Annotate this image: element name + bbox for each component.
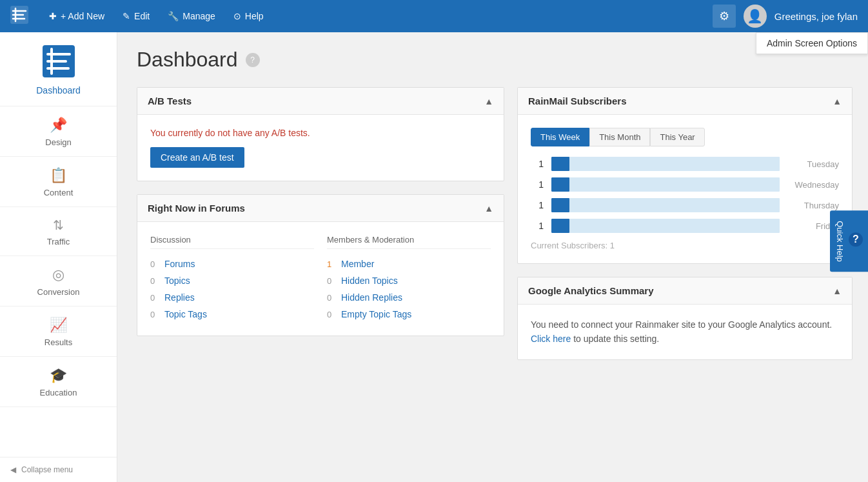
forums-header: Right Now in Forums ▲ — [137, 195, 504, 222]
chart-bar-fill — [551, 177, 569, 192]
page-title: Dashboard — [137, 48, 238, 72]
education-icon: 🎓 — [50, 367, 67, 384]
admin-screen-options[interactable]: Admin Screen Options — [756, 32, 868, 54]
conversion-icon: ◎ — [52, 266, 64, 283]
topics-link[interactable]: Topics — [164, 276, 190, 286]
panels-row: A/B Tests ▲ You currently do not have an… — [137, 87, 853, 360]
page-title-row: Dashboard ? — [137, 48, 853, 72]
top-nav: ✚ + Add New ✎ Edit 🔧 Manage ⊙ Help ⚙ 👤 G… — [0, 0, 868, 32]
sidebar: Dashboard 📌 Design 📋 Content ⇅ Traffic ◎… — [0, 32, 117, 482]
rainmail-collapse-button[interactable]: ▲ — [833, 96, 842, 106]
chart-label: Tuesday — [787, 159, 839, 169]
collapse-menu-label: Collapse menu — [21, 465, 73, 474]
ab-tests-panel: A/B Tests ▲ You currently do not have an… — [137, 87, 504, 181]
ab-tests-header: A/B Tests ▲ — [137, 88, 504, 115]
tab-this-month[interactable]: This Month — [589, 128, 650, 146]
avatar: 👤 — [744, 5, 767, 28]
sidebar-item-label: Content — [44, 188, 74, 197]
chart-bar-container — [551, 177, 780, 192]
chart-label: Thursday — [787, 201, 839, 210]
sidebar-top: Dashboard — [0, 32, 117, 106]
sidebar-item-label: Design — [45, 137, 71, 147]
analytics-click-here-link[interactable]: Click here — [531, 334, 571, 344]
topic-tags-link[interactable]: Topic Tags — [164, 309, 207, 319]
results-icon: 📈 — [50, 317, 67, 334]
main-layout: Dashboard 📌 Design 📋 Content ⇅ Traffic ◎… — [0, 32, 868, 482]
chart-row-friday: 1 Friday — [531, 219, 839, 233]
tab-this-year[interactable]: This Year — [650, 128, 704, 146]
hidden-replies-link[interactable]: Hidden Replies — [341, 292, 402, 303]
chart-bar-container — [551, 157, 780, 171]
analytics-title: Google Analytics Summary — [528, 285, 654, 296]
sidebar-item-design[interactable]: 📌 Design — [0, 106, 117, 157]
quick-help-label: Quick Help — [835, 221, 845, 262]
collapse-arrow-icon: ◀ — [10, 465, 16, 474]
nav-help[interactable]: ⊙ Help — [226, 6, 271, 26]
chart-number: 1 — [531, 200, 544, 210]
chart-rows: 1 Tuesday 1 Wedn — [531, 157, 839, 233]
quick-help-question-icon: ? — [849, 232, 863, 246]
page-help-icon[interactable]: ? — [246, 53, 260, 67]
ab-tests-title: A/B Tests — [148, 95, 192, 106]
replies-link[interactable]: Replies — [164, 292, 195, 303]
sidebar-item-content[interactable]: 📋 Content — [0, 157, 117, 207]
collapse-menu-button[interactable]: ◀ Collapse menu — [0, 457, 117, 482]
sidebar-item-education[interactable]: 🎓 Education — [0, 357, 117, 407]
member-count: 1 — [327, 259, 336, 269]
sidebar-item-label: Results — [44, 337, 72, 347]
content-area: Dashboard ? A/B Tests ▲ You currently do… — [117, 32, 868, 482]
content-icon: 📋 — [50, 167, 67, 184]
analytics-collapse-button[interactable]: ▲ — [833, 286, 842, 296]
replies-count: 0 — [150, 293, 159, 303]
ab-tests-body: You currently do not have any A/B tests.… — [137, 115, 504, 181]
traffic-icon: ⇅ — [53, 217, 64, 233]
chart-bar-fill — [551, 157, 569, 171]
rainmail-panel: RainMail Subscribers ▲ This Week This Mo… — [517, 87, 853, 264]
chart-number: 1 — [531, 159, 544, 169]
ab-tests-collapse-button[interactable]: ▲ — [484, 96, 493, 106]
analytics-text-before: You need to connect your Rainmaker site … — [531, 319, 832, 330]
chart-row-tuesday: 1 Tuesday — [531, 157, 839, 171]
chart-bar-fill — [551, 219, 569, 233]
nav-edit[interactable]: ✎ Edit — [115, 6, 157, 26]
add-new-icon: ✚ — [49, 11, 57, 21]
sidebar-item-results[interactable]: 📈 Results — [0, 306, 117, 357]
ab-empty-text: You currently do not have any A/B tests. — [150, 128, 491, 138]
logo — [10, 6, 28, 26]
chart-bar-container — [551, 219, 780, 233]
forums-body: Discussion 0 Forums 0 Topics — [137, 222, 504, 336]
chart-bar-container — [551, 198, 780, 212]
greeting-text: Greetings, joe fylan — [774, 11, 858, 22]
list-item: 1 Member — [327, 256, 491, 272]
top-nav-items: ✚ + Add New ✎ Edit 🔧 Manage ⊙ Help — [41, 6, 713, 26]
quick-help-tab[interactable]: ? Quick Help — [830, 210, 868, 272]
discussion-col: Discussion 0 Forums 0 Topics — [150, 235, 314, 323]
empty-topic-tags-count: 0 — [327, 310, 336, 319]
forums-link[interactable]: Forums — [164, 259, 195, 269]
forums-panel: Right Now in Forums ▲ Discussion 0 Forum… — [137, 194, 504, 336]
sidebar-item-label: Education — [40, 388, 77, 397]
tab-this-week[interactable]: This Week — [531, 128, 589, 146]
sidebar-item-label: Conversion — [37, 287, 80, 297]
panel-right: RainMail Subscribers ▲ This Week This Mo… — [517, 87, 853, 360]
sidebar-item-label: Traffic — [47, 237, 70, 246]
gear-button[interactable]: ⚙ — [713, 5, 736, 28]
forums-collapse-button[interactable]: ▲ — [484, 203, 493, 214]
sidebar-item-traffic[interactable]: ⇅ Traffic — [0, 207, 117, 256]
forums-grid: Discussion 0 Forums 0 Topics — [150, 235, 491, 323]
forums-count: 0 — [150, 259, 159, 269]
list-item: 0 Topic Tags — [150, 306, 314, 323]
list-item: 0 Topics — [150, 272, 314, 289]
sidebar-item-conversion[interactable]: ◎ Conversion — [0, 256, 117, 306]
nav-manage[interactable]: 🔧 Manage — [160, 6, 223, 26]
nav-add-new[interactable]: ✚ + Add New — [41, 6, 112, 26]
member-link[interactable]: Member — [341, 259, 374, 269]
empty-topic-tags-link[interactable]: Empty Topic Tags — [341, 309, 411, 319]
sidebar-logo — [43, 45, 75, 80]
chart-number: 1 — [531, 221, 544, 231]
rainmail-tabs: This Week This Month This Year — [531, 128, 839, 146]
chart-row-thursday: 1 Thursday — [531, 198, 839, 212]
hidden-topics-link[interactable]: Hidden Topics — [341, 276, 398, 286]
subscribers-count: Current Subscribers: 1 — [531, 241, 839, 250]
create-ab-test-button[interactable]: Create an A/B test — [150, 147, 244, 168]
